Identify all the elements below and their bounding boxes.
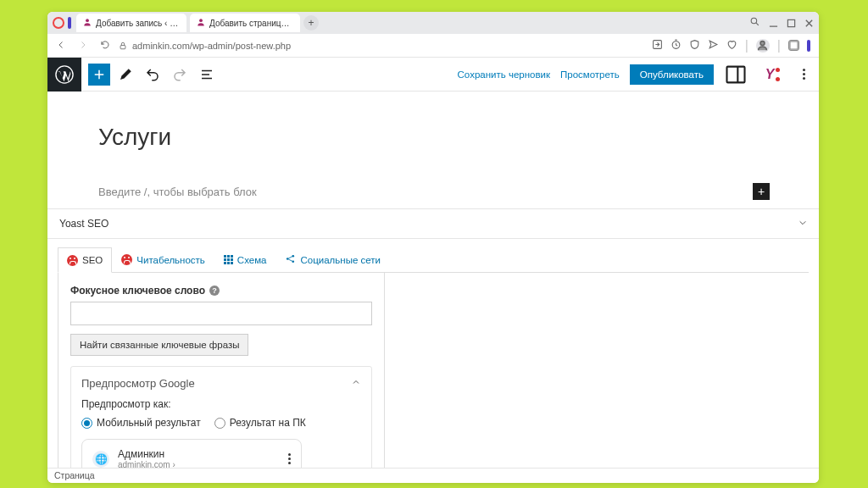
opera-accent-icon [68,17,71,29]
outline-icon[interactable] [195,63,219,86]
undo-icon[interactable] [141,63,164,86]
yoast-icon[interactable]: Y [758,63,782,86]
chevron-up-icon [351,377,361,390]
radio-icon [214,418,225,429]
focus-keyword-input[interactable] [70,302,372,325]
tab-seo[interactable]: SEO [58,247,112,273]
focus-keyword-label: Фокусное ключевое слово [70,285,205,297]
browser-tab[interactable]: Добавить запись ‹ Адми [76,14,186,32]
add-block-button[interactable] [88,64,110,86]
edit-icon[interactable] [652,38,663,53]
grid-icon [224,255,233,264]
svg-rect-10 [727,66,745,82]
settings-panel-icon[interactable] [724,63,748,86]
preview-domain: adminkin.com › [118,460,175,468]
minimize-icon[interactable] [769,19,778,28]
redo-icon[interactable] [168,63,192,86]
timer-icon[interactable] [670,38,682,53]
opera-logo-icon [53,17,64,29]
yoast-panel-header[interactable]: Yoast SEO [47,209,819,239]
address-bar: adminkin.com/wp-admin/post-new.php | | [47,34,819,58]
radio-desktop[interactable]: Результат на ПК [214,417,306,429]
heart-icon[interactable] [726,38,737,53]
radio-mobile[interactable]: Мобильный результат [81,417,201,429]
preview-link[interactable]: Просмотреть [560,69,620,80]
svg-point-7 [760,42,765,46]
globe-icon: 🌐 [92,451,109,468]
svg-point-1 [199,19,203,22]
tab-label: Добавить страницу ‹ Ад [209,19,293,28]
browser-tab[interactable]: Добавить страницу ‹ Ад [190,14,300,32]
inline-add-button[interactable]: + [753,183,770,200]
tab-schema[interactable]: Схема [214,247,276,272]
more-icon[interactable] [288,453,291,464]
back-icon[interactable] [56,38,66,53]
yoast-tabs: SEO Читабельность Схема Социальные сети [58,247,809,273]
status-text: Страница [54,470,95,480]
maximize-icon[interactable] [787,19,796,28]
preview-site-name: Админкин [118,448,175,460]
block-placeholder[interactable]: Введите /, чтобы выбрать блок [98,186,753,198]
radio-icon [81,418,92,429]
more-menu-icon[interactable] [792,63,815,86]
person-icon [83,18,92,28]
shield-icon[interactable] [689,38,700,53]
svg-rect-8 [790,42,798,49]
tab-label: Добавить запись ‹ Адми [96,19,180,28]
send-icon[interactable] [708,38,719,53]
browser-tabbar: Добавить запись ‹ Адми Добавить страницу… [47,12,819,34]
edit-mode-icon[interactable] [114,63,137,86]
svg-rect-4 [120,45,125,48]
yoast-panel-title: Yoast SEO [59,218,108,230]
forward-icon[interactable] [78,38,88,53]
sad-face-icon [67,255,78,266]
tab-social[interactable]: Социальные сети [275,247,389,272]
svg-point-0 [86,19,89,22]
url-field[interactable]: adminkin.com/wp-admin/post-new.php [119,41,643,51]
editor-topbar: Сохранить черновик Просмотреть Опубликов… [47,58,819,92]
wordpress-logo-icon[interactable] [47,58,81,92]
save-draft-link[interactable]: Сохранить черновик [458,69,550,80]
share-icon [285,253,296,266]
new-tab-button[interactable]: + [303,15,319,30]
lock-icon [119,42,127,50]
close-icon[interactable] [804,19,814,28]
person-icon [197,18,205,28]
related-phrases-button[interactable]: Найти связанные ключевые фразы [70,334,248,356]
tab-readability[interactable]: Читабельность [112,247,214,272]
help-icon[interactable]: ? [209,286,220,296]
post-title[interactable]: Услуги [98,124,768,151]
publish-button[interactable]: Опубликовать [630,64,714,85]
profile-icon[interactable] [756,39,770,53]
reload-icon[interactable] [100,38,110,53]
chevron-up-icon [798,218,807,230]
sidebar-toggle-icon[interactable] [807,40,810,52]
status-bar: Страница [47,468,819,483]
google-preview-card: 🌐 Админкин adminkin.com › [81,439,302,468]
search-icon[interactable] [749,15,760,30]
sad-face-icon [121,254,132,265]
extensions-icon[interactable] [788,40,799,51]
preview-as-label: Предпросмотр как: [81,398,361,410]
svg-rect-3 [787,19,794,26]
google-preview-header[interactable]: Предпросмотр Google [81,377,361,390]
url-text: adminkin.com/wp-admin/post-new.php [132,41,291,51]
svg-point-2 [751,18,757,24]
